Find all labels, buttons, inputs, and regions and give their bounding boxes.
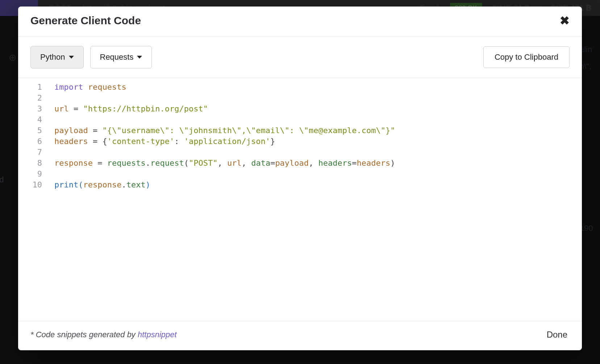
modal-footer: * Code snippets generated by httpsnippet… — [18, 321, 582, 350]
httpsnippet-link[interactable]: httpsnippet — [138, 330, 177, 339]
code-editor[interactable]: 1import requests2 3url = "https://httpbi… — [18, 78, 582, 321]
code-line: 2 — [18, 93, 582, 103]
language-dropdown-label: Python — [40, 52, 65, 62]
generate-code-modal: Generate Client Code ✖ Python Requests C… — [18, 7, 582, 350]
code-line: 9 — [18, 169, 582, 179]
line-number: 10 — [18, 179, 49, 190]
code-line: 8response = requests.request("POST", url… — [18, 158, 582, 169]
code-content — [49, 147, 59, 158]
code-line: 5payload = "{\"username\": \"johnsmith\"… — [18, 125, 582, 136]
line-number: 1 — [18, 82, 49, 93]
line-number: 5 — [18, 125, 49, 136]
library-dropdown[interactable]: Requests — [90, 46, 152, 68]
line-number: 6 — [18, 136, 49, 147]
code-content: headers = {'content-type': 'application/… — [49, 136, 275, 147]
close-icon[interactable]: ✖ — [560, 15, 570, 26]
code-content: import requests — [49, 82, 126, 93]
code-line: 3url = "https://httpbin.org/post" — [18, 103, 582, 114]
footer-note: * Code snippets generated by httpsnippet — [30, 330, 177, 339]
code-content: print(response.text) — [49, 179, 150, 190]
modal-title: Generate Client Code — [30, 14, 141, 27]
code-line: 6headers = {'content-type': 'application… — [18, 136, 582, 147]
code-line: 10print(response.text) — [18, 179, 582, 190]
copy-to-clipboard-button[interactable]: Copy to Clipboard — [483, 46, 570, 68]
line-number: 3 — [18, 103, 49, 114]
code-content: url = "https://httpbin.org/post" — [49, 103, 208, 114]
chevron-down-icon — [69, 56, 74, 59]
chevron-down-icon — [137, 56, 142, 59]
code-content: payload = "{\"username\": \"johnsmith\",… — [49, 125, 395, 136]
line-number: 4 — [18, 114, 49, 125]
language-dropdown[interactable]: Python — [30, 46, 84, 68]
line-number: 8 — [18, 158, 49, 169]
code-content — [49, 114, 59, 125]
code-content — [49, 93, 59, 103]
code-line: 4 — [18, 114, 582, 125]
line-number: 9 — [18, 169, 49, 179]
library-dropdown-label: Requests — [100, 52, 134, 62]
line-number: 2 — [18, 93, 49, 103]
code-line: 7 — [18, 147, 582, 158]
code-line: 1import requests — [18, 82, 582, 93]
done-button[interactable]: Done — [545, 329, 570, 340]
code-content — [49, 169, 59, 179]
modal-toolbar: Python Requests Copy to Clipboard — [18, 37, 582, 78]
modal-header: Generate Client Code ✖ — [18, 7, 582, 37]
line-number: 7 — [18, 147, 49, 158]
footer-note-prefix: * Code snippets generated by — [30, 330, 138, 339]
code-content: response = requests.request("POST", url,… — [49, 158, 395, 169]
